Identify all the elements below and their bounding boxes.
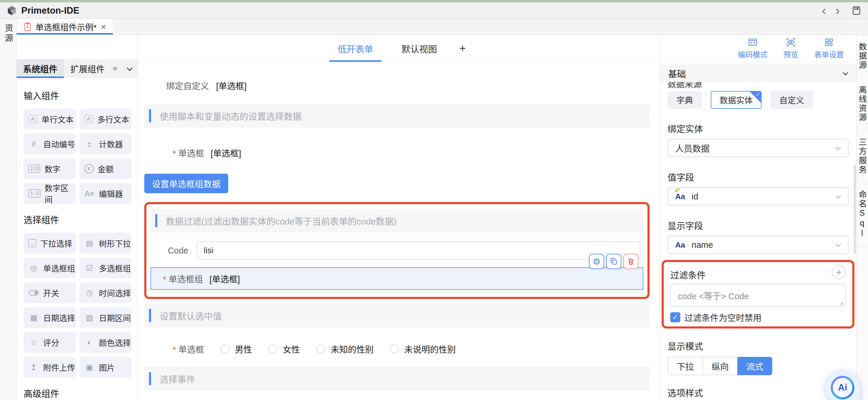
data-source-option-custom[interactable]: 自定义	[770, 91, 813, 109]
bind-entity-select[interactable]: 人员数据	[668, 139, 848, 157]
palette-item-editor[interactable]: A≡ 编辑器	[80, 183, 132, 204]
file-tab-label: 单选框组件示例*	[35, 21, 97, 33]
radio-option-unspecified-gender[interactable]: 未说明的性别	[390, 343, 456, 355]
radio-circle-icon[interactable]	[390, 344, 399, 353]
form-settings-button[interactable]: 表单设置	[814, 37, 844, 59]
add-filter-button[interactable]: +	[832, 265, 846, 279]
data-filter-section-bar: 数据过滤(过滤出数据实体的code等于当前表单的code数据)	[151, 209, 643, 233]
palette-item-multi-line-text[interactable]: A 多行文本	[80, 109, 132, 129]
right-rail: 数据源 离线资源 三方服务 命名Sql	[856, 35, 868, 400]
palette-item-color-picker[interactable]: ◐ 颜色选择	[80, 332, 132, 353]
checkbox-check-icon: ✓	[672, 313, 678, 322]
save-icon[interactable]	[851, 6, 862, 16]
display-mode-option-flow[interactable]: 流式	[737, 357, 772, 375]
active-tab-underline	[17, 76, 64, 78]
palette-item-dropdown-select[interactable]: ⌄ 下拉选择	[24, 233, 76, 254]
filter-empty-disable-checkbox[interactable]: ✓	[670, 312, 680, 322]
close-icon[interactable]: ×	[101, 23, 106, 31]
palette-tab-extension-components[interactable]: 扩展组件	[64, 59, 111, 78]
data-source-option-entity[interactable]: 数据实体 ✓	[711, 91, 762, 109]
palette-item-number-range[interactable]: 1~3 数字区间	[24, 183, 76, 204]
canvas-tab-lowcode-form[interactable]: 低开表单	[329, 35, 381, 62]
code-mode-icon	[748, 37, 757, 47]
radio-circle-icon[interactable]	[316, 344, 325, 353]
number-icon: 123	[28, 165, 40, 173]
field-label: 绑定自定义	[166, 79, 209, 92]
palette-item-tree-dropdown[interactable]: ▤ 树形下拉	[80, 233, 132, 254]
palette-item-date-range[interactable]: ▧ 日期区间	[80, 307, 132, 328]
code-input[interactable]: lisi	[196, 241, 640, 260]
left-rail-resources-item[interactable]: 资源	[2, 24, 14, 44]
bind-custom-field[interactable]: 绑定自定义 [单选框]	[166, 79, 650, 92]
date-picker-icon: ▦	[28, 313, 39, 322]
single-line-text-icon: A	[28, 115, 37, 123]
display-mode-option-dropdown[interactable]: 下拉	[668, 357, 703, 375]
form-settings-icon	[824, 37, 834, 47]
canvas-tab-default-view[interactable]: 默认视图	[393, 35, 445, 62]
counter-icon: ±	[84, 139, 95, 148]
preview-button[interactable]: 预览	[783, 37, 798, 59]
component-copy-button[interactable]	[606, 254, 621, 269]
required-mark: *	[163, 275, 166, 284]
resize-handle-icon[interactable]	[838, 300, 844, 305]
radio-circle-icon[interactable]	[221, 344, 229, 353]
radio-option-male[interactable]: 男性	[221, 343, 252, 355]
palette-item-attachment-upload[interactable]: ↥ 附件上传	[24, 357, 76, 377]
palette-section-title-input: 输入组件	[24, 89, 131, 102]
nav-forward-icon[interactable]: ›	[835, 6, 840, 16]
palette-item-date-picker[interactable]: ▦ 日期选择	[24, 307, 76, 328]
selected-radio-group-component[interactable]: * 单选框组 [单选框] ⚙	[151, 267, 643, 290]
palette-section-title-advanced: 高级组件	[24, 387, 131, 399]
rail-item-offline-resources[interactable]: 离线资源	[857, 78, 868, 130]
palette-list-menu-icon[interactable]: ≡	[113, 59, 117, 78]
display-mode-option-vertical[interactable]: 纵向	[703, 357, 737, 375]
rail-item-named-sql[interactable]: 命名Sql	[857, 182, 868, 247]
default-value-section-bar: 设置默认选中值	[144, 304, 650, 327]
palette-item-time-picker[interactable]: ◷ 时间选择	[80, 282, 132, 303]
filter-expression-box[interactable]: code <等于> Code	[670, 284, 846, 307]
inspector-group-header-basic[interactable]: 基础	[660, 64, 856, 82]
palette-item-image[interactable]: ▣ 图片	[80, 357, 132, 377]
palette-item-single-line-text[interactable]: A 单行文本	[24, 109, 76, 129]
palette-section-title-select: 选择组件	[24, 213, 131, 226]
text-field-type-icon: Aa	[675, 193, 685, 200]
palette-item-amount[interactable]: ¥ 金额	[80, 158, 132, 179]
component-settings-button[interactable]: ⚙	[589, 254, 604, 269]
file-tab[interactable]: 单选框组件示例* ×	[17, 19, 113, 35]
trash-icon	[627, 257, 635, 266]
app-logo-icon	[6, 5, 17, 16]
radio-circle-icon[interactable]	[269, 344, 277, 353]
radio-group-icon: ◎	[28, 264, 39, 273]
palette-collapse-chevron-icon[interactable]	[127, 65, 133, 71]
chevron-down-icon	[843, 70, 848, 75]
window-top-strip	[0, 0, 868, 2]
palette-item-number[interactable]: 123 数字	[24, 158, 76, 179]
palette-item-checkbox-group[interactable]: ☑ 多选框组	[80, 258, 132, 278]
radio-option-female[interactable]: 女性	[269, 343, 300, 355]
annotation-box-filter-condition: 过滤条件 + code <等于> Code	[662, 260, 855, 329]
value-field-select[interactable]: Aa id	[668, 187, 848, 206]
field-type-tag: [单选框]	[209, 272, 240, 285]
code-mode-button[interactable]: 编码模式	[738, 37, 768, 59]
palette-item-switch[interactable]: 开关	[24, 282, 76, 303]
palette-item-radio-group[interactable]: ◎ 单选框组	[24, 258, 76, 278]
palette-item-rating[interactable]: ☆ 评分	[24, 332, 76, 353]
chevron-down-icon	[835, 193, 841, 199]
palette-item-auto-number[interactable]: # 自动编号	[24, 134, 76, 154]
select-event-section-bar: 选择事件	[144, 367, 650, 391]
rail-item-third-party-services[interactable]: 三方服务	[857, 130, 868, 182]
rail-item-data-source[interactable]: 数据源	[857, 35, 868, 78]
add-view-button[interactable]: +	[457, 35, 468, 62]
data-source-label-clipped: 数据来源	[668, 82, 848, 88]
set-radio-data-button[interactable]: 设置单选框组数据	[144, 174, 228, 193]
radio-option-unknown-gender[interactable]: 未知的性别	[316, 343, 373, 355]
data-source-option-dictionary[interactable]: 字典	[668, 91, 702, 109]
inspector-scrollbar[interactable]	[854, 165, 856, 254]
nav-back-icon[interactable]: ‹	[822, 6, 826, 16]
palette-tab-system-components[interactable]: 系统组件	[17, 59, 64, 78]
filter-condition-label: 过滤条件	[670, 268, 706, 281]
component-delete-button[interactable]	[623, 254, 639, 269]
display-field-select[interactable]: Aa name	[668, 236, 848, 254]
radio-field[interactable]: * 单选框 [单选框]	[173, 146, 650, 159]
palette-item-counter[interactable]: ± 计数器	[80, 134, 132, 154]
